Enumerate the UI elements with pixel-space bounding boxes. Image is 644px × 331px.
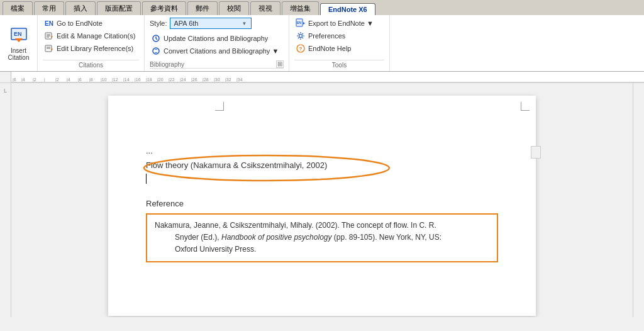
ribbon-groups: EN Go to EndNote Edit & Manage Citation(… xyxy=(38,15,644,71)
style-dropdown[interactable]: APA 6th ▼ xyxy=(170,18,252,29)
doc-cursor-line xyxy=(146,174,498,184)
flow-theory-text: Flow theory (Nakamura & Csikszentmihalyi… xyxy=(146,160,327,170)
insert-citation-label2: Citation xyxy=(8,54,30,61)
tab-bar: 檔案 常用 插入 版面配置 參考資料 郵件 校閱 視視 增益集 EndNote … xyxy=(0,0,644,15)
tab-endnote[interactable]: EndNote X6 xyxy=(320,3,375,15)
svg-marker-3 xyxy=(16,40,21,42)
endnote-logo-icon: EN xyxy=(44,18,54,28)
tab-normal[interactable]: 常用 xyxy=(34,1,64,15)
citations-group: EN Go to EndNote Edit & Manage Citation(… xyxy=(38,15,145,71)
tab-file[interactable]: 檔案 xyxy=(3,1,33,15)
tab-mail[interactable]: 郵件 xyxy=(187,1,218,15)
bibliography-expand-icon[interactable]: ⊞ xyxy=(276,60,284,68)
tab-review[interactable]: 校閱 xyxy=(219,1,249,15)
edit-library-icon xyxy=(44,43,54,53)
svg-rect-2 xyxy=(15,38,23,40)
document-area: L ... Flow theory (Nakamura & Csikszentm… xyxy=(0,83,644,317)
tab-insert[interactable]: 插入 xyxy=(65,1,96,15)
endnote-help-button[interactable]: ? EndNote Help xyxy=(294,43,384,54)
doc-ellipsis-text: ... xyxy=(146,146,153,155)
document-page: ... Flow theory (Nakamura & Csikszentmih… xyxy=(108,96,536,316)
bibliography-group-label: Bibliography xyxy=(150,60,184,68)
convert-icon xyxy=(151,46,161,56)
page-right-marker xyxy=(531,146,541,159)
ruler-body: |6 |4 |2 | |2 |4 |6 |8 |10 |12 |14 |16 |… xyxy=(11,72,644,82)
citations-group-content: EN Go to EndNote Edit & Manage Citation(… xyxy=(43,18,139,60)
svg-text:?: ? xyxy=(299,46,303,52)
style-dropdown-arrow-icon: ▼ xyxy=(242,21,247,26)
reference-title: Reference xyxy=(146,199,498,208)
insert-citation-icon: EN xyxy=(9,26,29,46)
svg-text:EN: EN xyxy=(14,31,22,37)
ruler-corner xyxy=(0,72,11,83)
convert-citations-button[interactable]: Convert Citations and Bibliography ▼ xyxy=(150,45,284,57)
left-margin-button[interactable]: L xyxy=(1,86,11,96)
preferences-button[interactable]: Preferences xyxy=(294,30,384,42)
svg-text:EN: EN xyxy=(297,21,301,25)
preferences-icon xyxy=(296,31,306,41)
reference-line3: Oxford University Press. xyxy=(155,244,489,255)
style-row: Style: APA 6th ▼ xyxy=(150,18,284,29)
export-to-endnote-button[interactable]: EN Export to EndNote ▼ xyxy=(294,18,384,29)
page-corner-marker-tl xyxy=(215,102,224,111)
ribbon: EN Insert Citation EN Go to EndNote Edit… xyxy=(0,15,644,72)
tab-references[interactable]: 參考資料 xyxy=(142,1,186,15)
reference-line2-text: Snyder (Ed.), xyxy=(175,233,221,242)
insert-citation-button[interactable]: EN Insert Citation xyxy=(0,15,38,71)
page-scroll-area[interactable]: ... Flow theory (Nakamura & Csikszentmih… xyxy=(11,83,633,317)
tab-layout[interactable]: 版面配置 xyxy=(97,1,141,15)
bibliography-group-footer: Bibliography ⊞ xyxy=(150,60,284,68)
ruler-marks: |6 |4 |2 | |2 |4 |6 |8 |10 |12 |14 |16 |… xyxy=(11,72,644,82)
tools-group-label: Tools xyxy=(294,60,384,69)
doc-ellipsis-container: ... xyxy=(146,146,498,155)
tab-addins[interactable]: 增益集 xyxy=(282,1,319,15)
page-corner-marker-tr xyxy=(521,102,530,111)
export-icon: EN xyxy=(296,18,306,28)
edit-citations-icon xyxy=(44,31,54,41)
insert-citation-label1: Insert xyxy=(11,47,26,54)
text-cursor xyxy=(146,174,147,184)
bibliography-group: Style: APA 6th ▼ Update Citations and Bi… xyxy=(145,15,289,71)
reference-line1: Nakamura, Jeanne, & Csikszentmihalyi, Mi… xyxy=(155,220,489,232)
reference-box: Nakamura, Jeanne, & Csikszentmihalyi, Mi… xyxy=(146,213,498,262)
style-label: Style: xyxy=(150,20,167,27)
flow-theory-container: Flow theory (Nakamura & Csikszentmihalyi… xyxy=(146,160,327,170)
svg-point-18 xyxy=(299,35,303,38)
reference-line2b-text: (pp. 89-105). New York, NY, US: xyxy=(331,233,441,242)
edit-library-reference-button[interactable]: Edit Library Reference(s) xyxy=(43,43,139,54)
bibliography-group-content: Style: APA 6th ▼ Update Citations and Bi… xyxy=(150,18,284,60)
right-margin xyxy=(633,83,644,317)
help-icon: ? xyxy=(296,43,306,53)
tools-group-content: EN Export to EndNote ▼ Preferences ? xyxy=(294,18,384,60)
tools-group: EN Export to EndNote ▼ Preferences ? xyxy=(289,15,390,71)
go-to-endnote-button[interactable]: EN Go to EndNote xyxy=(43,18,139,29)
reference-italic-text: Handbook of positive psychology xyxy=(221,233,331,242)
left-margin: L xyxy=(0,83,11,317)
edit-manage-citations-button[interactable]: Edit & Manage Citation(s) xyxy=(43,30,139,42)
svg-marker-17 xyxy=(303,22,305,25)
update-citations-button[interactable]: Update Citations and Bibliography xyxy=(150,33,284,44)
reference-line2: Snyder (Ed.), Handbook of positive psych… xyxy=(155,232,489,244)
citations-group-label: Citations xyxy=(43,60,139,69)
reference-section: Reference Nakamura, Jeanne, & Csikszentm… xyxy=(146,199,498,262)
style-dropdown-value: APA 6th xyxy=(174,20,199,27)
ruler: |6 |4 |2 | |2 |4 |6 |8 |10 |12 |14 |16 |… xyxy=(0,72,644,83)
tab-view[interactable]: 視視 xyxy=(250,1,280,15)
update-icon xyxy=(151,33,161,43)
